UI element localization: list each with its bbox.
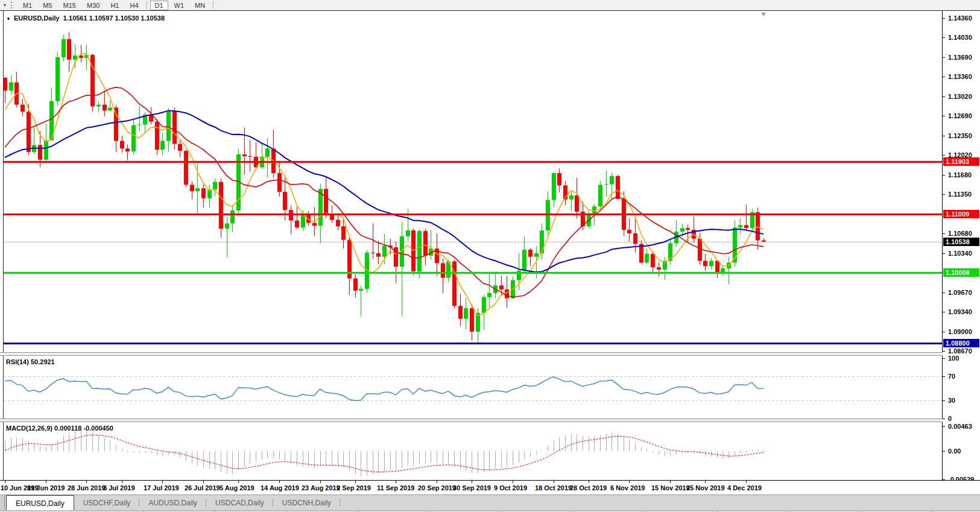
price-tick: [943, 332, 945, 332]
rsi-label: 0: [948, 415, 952, 422]
date-label: 30 Sep 2019: [453, 484, 491, 491]
price-tick: [943, 292, 945, 293]
macd-label: 0.00463: [948, 423, 972, 430]
date-tick: [5, 481, 5, 483]
rsi-header: RSI(14) 50.2921: [6, 358, 55, 365]
date-label: 5 Aug 2019: [220, 484, 254, 491]
date-tick: [320, 481, 321, 483]
date-tick: [46, 481, 46, 483]
date-tick: [513, 481, 513, 483]
date-label: 9 Oct 2019: [494, 484, 527, 491]
rsi-macd-resize-handle[interactable]: [0, 419, 943, 422]
macd-label: 0.00: [948, 447, 961, 455]
timeframe-toolbar: ▼ M1M5M15M30H1H4D1W1MN: [0, 0, 980, 11]
price-chart-canvas[interactable]: [4, 12, 943, 352]
date-tick: [670, 481, 671, 483]
date-tick: [437, 481, 437, 483]
price-label: 1.12690: [948, 112, 972, 119]
date-label: 2 Sep 2019: [337, 484, 371, 491]
timeframe-buttons: M1M5M15M30H1H4D1W1MN: [17, 1, 216, 10]
price-label: 1.13020: [948, 93, 972, 100]
chart-tab-bar: EURUSD,DailyUSDCHF,DailyAUDUSD,DailyUSDC…: [0, 495, 980, 511]
date-label: 23 Aug 2019: [302, 484, 340, 491]
price-label: 1.14360: [948, 14, 972, 22]
chart-shift-marker-icon: [761, 13, 766, 16]
timeframe-button-m1[interactable]: M1: [18, 1, 37, 10]
date-label: 15 Nov 2019: [651, 484, 690, 491]
collapse-arrow-icon[interactable]: ▼: [6, 16, 11, 22]
timeframe-button-w1[interactable]: W1: [169, 1, 189, 10]
price-tick: [943, 312, 945, 312]
date-tick: [122, 481, 122, 483]
date-label: 25 Nov 2019: [686, 484, 725, 491]
timeframe-button-h4[interactable]: H4: [125, 1, 143, 10]
window-left-edge: [0, 11, 4, 480]
rsi-value: 50.2921: [31, 358, 55, 365]
date-label: 8 Jul 2019: [103, 484, 135, 491]
main-rsi-resize-handle[interactable]: [0, 352, 943, 356]
macd-tick: [943, 451, 945, 452]
toolbar-separator: [213, 1, 213, 9]
date-label: 28 Oct 2019: [570, 484, 607, 491]
date-label: 26 Jul 2019: [185, 484, 220, 491]
chart-tab-usdchf[interactable]: USDCHF,Daily: [74, 495, 140, 511]
price-label: 1.14030: [948, 34, 972, 41]
timeframe-button-mn[interactable]: MN: [190, 1, 210, 10]
date-label: 11 Sep 2019: [377, 484, 414, 491]
chart-tab-usdcad[interactable]: USDCAD,Daily: [206, 495, 273, 511]
date-label: 6 Nov 2019: [610, 484, 645, 491]
timeframe-button-m30[interactable]: M30: [82, 1, 104, 10]
price-label: 1.10340: [948, 250, 972, 257]
chart-tab-usdcnh[interactable]: USDCNH,Daily: [273, 495, 340, 511]
chart-dropdown-icon[interactable]: ▼: [0, 3, 10, 7]
ohlc-values: 1.10561 1.10597 1.10530 1.10538: [63, 14, 165, 22]
date-label: 20 Sep 2019: [418, 484, 456, 491]
price-label: 1.10680: [948, 230, 972, 237]
price-label: 1.09000: [948, 328, 972, 335]
price-tick: [943, 351, 945, 352]
price-tick: [943, 37, 945, 38]
chart-tab-audusd[interactable]: AUDUSD,Daily: [139, 495, 206, 511]
macd-canvas[interactable]: [4, 422, 943, 480]
chart-window: ▼EURUSD,Daily 1.10561 1.10597 1.10530 1.…: [0, 10, 980, 512]
date-tick: [355, 481, 356, 483]
date-tick: [396, 481, 396, 483]
timeframe-button-h1[interactable]: H1: [106, 1, 124, 10]
price-axis[interactable]: 1.143601.140301.136901.133601.130201.126…: [942, 11, 980, 480]
rsi-tick: [943, 400, 945, 401]
current-price-tag: 1.10538: [943, 238, 979, 246]
price-tick: [943, 253, 945, 254]
price-tick: [943, 116, 945, 116]
date-tick: [629, 481, 630, 483]
timeframe-button-m5[interactable]: M5: [38, 1, 57, 10]
macd-values: 0.000118 -0.000450: [54, 425, 113, 432]
macd-header: MACD(12,26,9) 0.000118 -0.000450: [6, 425, 113, 432]
toolbar-grip[interactable]: [11, 2, 15, 8]
date-tick: [279, 481, 280, 483]
level-price-tag: 1.11903: [943, 157, 979, 166]
price-tick: [943, 57, 945, 58]
rsi-label: 30: [948, 397, 955, 404]
date-label: 28 Jun 2019: [68, 484, 105, 491]
date-tick: [238, 481, 239, 483]
date-axis: 10 Jun 201919 Jun 201928 Jun 20198 Jul 2…: [0, 480, 980, 495]
rsi-canvas[interactable]: [4, 356, 943, 419]
price-label: 1.11350: [948, 191, 972, 198]
price-label: 1.09670: [948, 289, 972, 296]
timeframe-button-m15[interactable]: M15: [58, 1, 81, 10]
rsi-tick: [943, 376, 945, 377]
date-label: 18 Oct 2019: [535, 484, 572, 491]
timeframe-button-d1[interactable]: D1: [150, 1, 168, 10]
date-label: 14 Aug 2019: [261, 484, 299, 491]
level-price-tag: 1.10008: [943, 268, 979, 277]
level-price-tag: 1.08800: [943, 339, 979, 347]
tabbar-grip[interactable]: [0, 495, 5, 511]
date-label: 4 Dec 2019: [727, 484, 762, 491]
price-tick: [943, 194, 945, 195]
date-tick: [86, 481, 87, 483]
rsi-tick: [943, 358, 945, 359]
date-tick: [162, 481, 163, 483]
price-label: 1.09340: [948, 308, 972, 315]
date-tick: [472, 481, 472, 483]
chart-tab-eurusd[interactable]: EURUSD,Daily: [6, 495, 74, 511]
